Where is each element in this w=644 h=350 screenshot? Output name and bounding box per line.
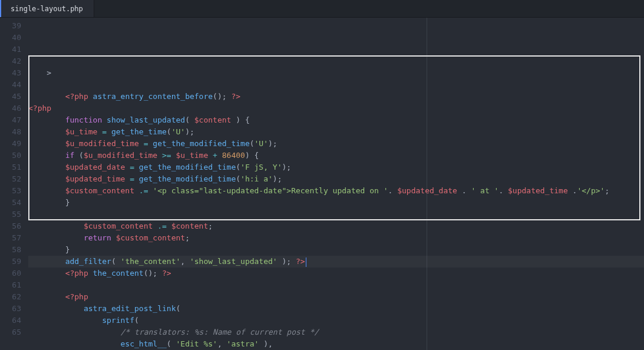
code-line[interactable] (28, 279, 644, 291)
code-line[interactable]: add_filter( 'the_content', 'show_last_up… (28, 256, 644, 268)
code-line[interactable]: } (28, 244, 644, 256)
line-number: 39 (0, 20, 21, 32)
line-number: 48 (0, 126, 21, 138)
line-number: 65 (0, 326, 21, 338)
line-number: 57 (0, 232, 21, 244)
line-number: 55 (0, 209, 21, 220)
text-cursor (306, 257, 306, 267)
code-line[interactable]: $custom_content .= $content; (28, 220, 644, 232)
code-line[interactable]: <?php the_content(); ?> (28, 268, 644, 279)
line-number: 50 (0, 150, 21, 161)
code-line[interactable] (28, 79, 644, 91)
code-line[interactable]: $updated_time = get_the_modified_time('h… (28, 173, 644, 185)
line-number: 56 (0, 220, 21, 232)
code-line[interactable] (28, 209, 644, 220)
line-number: 43 (0, 67, 21, 79)
line-number-gutter: 3940414243444546474849505152535455565758… (0, 18, 28, 350)
code-line[interactable]: } (28, 197, 644, 209)
line-number: 45 (0, 91, 21, 103)
code-line[interactable]: <?php (28, 291, 644, 303)
file-tab-label: single-layout.php (11, 5, 83, 13)
code-line[interactable]: function show_last_updated( $content ) { (28, 114, 644, 126)
code-line[interactable]: $u_modified_time = get_the_modified_time… (28, 138, 644, 150)
file-tab[interactable]: single-layout.php (0, 0, 94, 17)
line-number: 51 (0, 161, 21, 173)
code-content[interactable]: > <?php astra_entry_content_before(); ?>… (28, 18, 644, 350)
line-number: 60 (0, 268, 21, 279)
line-number: 63 (0, 303, 21, 315)
code-editor: single-layout.php 3940414243444546474849… (0, 0, 644, 350)
code-area[interactable]: 3940414243444546474849505152535455565758… (0, 18, 644, 350)
line-number: 54 (0, 197, 21, 209)
code-line[interactable]: /* translators: %s: Name of current post… (28, 326, 644, 338)
line-number: 40 (0, 32, 21, 44)
line-number: 64 (0, 315, 21, 326)
line-number: 52 (0, 173, 21, 185)
code-line[interactable]: <?php (28, 103, 644, 114)
code-line[interactable]: $u_time = get_the_time('U'); (28, 126, 644, 138)
line-number: 46 (0, 103, 21, 114)
line-number: 53 (0, 185, 21, 197)
code-line[interactable]: > (28, 67, 644, 79)
code-line[interactable]: $updated_date = get_the_modified_time('F… (28, 161, 644, 173)
line-number: 49 (0, 138, 21, 150)
code-line[interactable]: sprintf( (28, 315, 644, 326)
line-number: 58 (0, 244, 21, 256)
line-number: 59 (0, 256, 21, 268)
code-line[interactable]: $custom_content .= '<p class="last-updat… (28, 185, 644, 197)
code-line[interactable]: astra_edit_post_link( (28, 303, 644, 315)
code-line[interactable]: return $custom_content; (28, 232, 644, 244)
line-number: 62 (0, 291, 21, 303)
line-number: 61 (0, 279, 21, 291)
line-number: 42 (0, 55, 21, 67)
tab-bar: single-layout.php (0, 0, 644, 18)
code-line[interactable]: if ($u_modified_time >= $u_time + 86400)… (28, 150, 644, 161)
line-number: 41 (0, 44, 21, 55)
code-line[interactable]: esc_html__( 'Edit %s', 'astra' ), (28, 338, 644, 350)
line-number: 44 (0, 79, 21, 91)
line-number: 47 (0, 114, 21, 126)
code-line[interactable]: <?php astra_entry_content_before(); ?> (28, 91, 644, 103)
